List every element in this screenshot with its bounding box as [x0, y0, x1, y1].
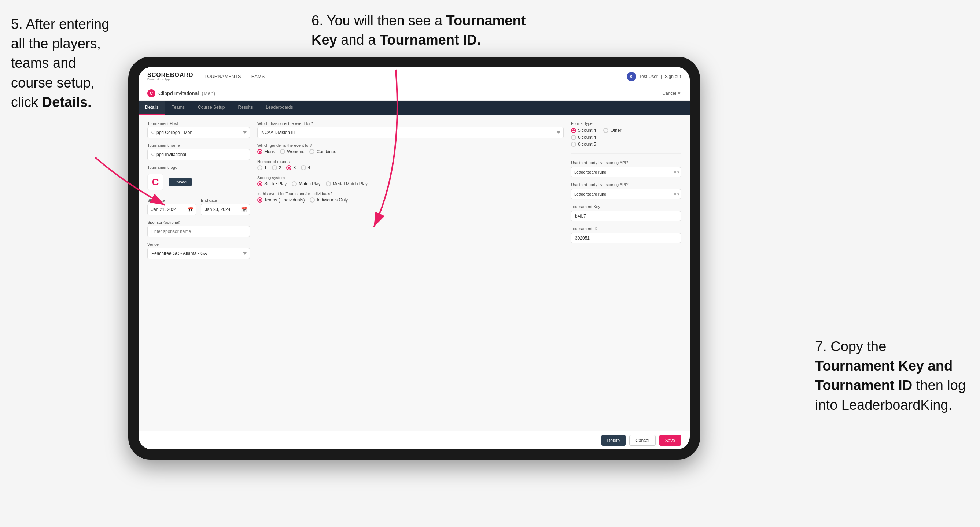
scoring-radio-group: Stroke Play Match Play Medal Match Play	[257, 181, 564, 186]
api2-dropdown: Leaderboard King ✕ ▾	[571, 189, 681, 199]
main-nav: TOURNAMENTS TEAMS	[205, 72, 616, 81]
annotation-left-text: 5. After entering all the players, teams…	[11, 16, 109, 110]
tab-leaderboards[interactable]: Leaderboards	[259, 101, 299, 114]
format-6count5-option[interactable]: 6 count 5	[571, 142, 596, 147]
nav-teams[interactable]: TEAMS	[248, 72, 265, 81]
cancel-button-footer[interactable]: Cancel	[629, 435, 655, 446]
api2-input[interactable]: Leaderboard King	[571, 189, 681, 199]
gender-group: Which gender is the event for? Mens Wome…	[257, 143, 564, 154]
individuals-only-radio[interactable]	[310, 197, 315, 203]
tournament-name-input[interactable]	[147, 149, 250, 160]
api2-value: Leaderboard King	[574, 192, 606, 196]
format-5count4-radio[interactable]	[571, 128, 576, 133]
tab-teams[interactable]: Teams	[165, 101, 191, 114]
gender-combined-option[interactable]: Combined	[309, 149, 336, 154]
tournament-host-label: Tournament Host	[147, 121, 250, 125]
sub-header: C Clippd Invitational (Men) Cancel ✕	[138, 86, 690, 101]
gender-combined-label: Combined	[316, 149, 336, 154]
footer-bar: Delete Cancel Save	[138, 431, 690, 449]
api1-value: Leaderboard King	[574, 170, 606, 174]
gender-combined-radio[interactable]	[309, 149, 315, 154]
format-6count4-label: 6 count 4	[578, 135, 596, 140]
start-date-label: Start date	[147, 198, 196, 203]
middle-column: Which division is the event for? NCAA Di…	[257, 121, 564, 424]
scoring-group: Scoring system Stroke Play Match Play	[257, 175, 564, 186]
individuals-only-option[interactable]: Individuals Only	[310, 197, 348, 203]
format-6count5-label: 6 count 5	[578, 142, 596, 147]
annotation-bottom-right-text: 7. Copy the Tournament Key and Tournamen…	[815, 339, 966, 413]
tournament-id-group: Tournament ID 302051	[571, 226, 681, 243]
teams-plus-individuals-label: Teams (+Individuals)	[264, 197, 305, 203]
api1-input[interactable]: Leaderboard King	[571, 167, 681, 177]
left-column: Tournament Host Clippd College - Men Tou…	[147, 121, 250, 424]
delete-button[interactable]: Delete	[601, 435, 626, 446]
rounds-4-radio[interactable]	[301, 165, 306, 170]
rounds-2-option[interactable]: 2	[272, 165, 282, 170]
division-select[interactable]: NCAA Division III	[257, 127, 564, 138]
format-other-label: Other	[610, 128, 621, 133]
rounds-3-radio[interactable]	[286, 165, 291, 170]
start-calendar-icon: 📅	[187, 206, 194, 213]
scoring-medal-match-option[interactable]: Medal Match Play	[326, 181, 368, 186]
api2-clear-icon[interactable]: ✕	[673, 192, 676, 197]
end-calendar-icon: 📅	[241, 206, 247, 213]
tab-course-setup[interactable]: Course Setup	[191, 101, 231, 114]
sponsor-label: Sponsor (optional)	[147, 220, 250, 224]
gender-mens-option[interactable]: Mens	[257, 149, 275, 154]
scoring-medal-match-label: Medal Match Play	[333, 181, 368, 186]
gender-radio-group: Mens Womens Combined	[257, 149, 564, 154]
logo-preview: C	[147, 174, 164, 190]
nav-tournaments[interactable]: TOURNAMENTS	[205, 72, 241, 81]
format-6count4-option[interactable]: 6 count 4	[571, 135, 596, 140]
rounds-label: Number of rounds	[257, 159, 564, 164]
save-button[interactable]: Save	[659, 435, 681, 446]
sponsor-input[interactable]	[147, 226, 250, 237]
format-5count4-option[interactable]: 5 count 4	[571, 128, 596, 133]
api2-chevron-icon[interactable]: ▾	[677, 192, 679, 197]
header-right: SI Test User | Sign out	[627, 72, 681, 81]
scoring-medal-match-radio[interactable]	[326, 181, 331, 186]
gender-womens-radio[interactable]	[280, 149, 285, 154]
rounds-3-option[interactable]: 3	[286, 165, 296, 170]
format-6count5-radio[interactable]	[571, 142, 576, 147]
tournament-name-label: Tournament name	[147, 143, 250, 148]
venue-select[interactable]: Peachtree GC - Atlanta - GA	[147, 248, 250, 259]
tab-details[interactable]: Details	[138, 101, 165, 114]
upload-button[interactable]: Upload	[169, 178, 192, 186]
rounds-4-option[interactable]: 4	[301, 165, 310, 170]
tab-results[interactable]: Results	[231, 101, 259, 114]
tournament-host-group: Tournament Host Clippd College - Men	[147, 121, 250, 138]
signout-link[interactable]: Sign out	[665, 74, 681, 79]
rounds-1-option[interactable]: 1	[257, 165, 267, 170]
right-column: Format type 5 count 4 6 count 4	[571, 121, 681, 424]
api1-group: Use third-party live scoring API? Leader…	[571, 160, 681, 177]
scoring-stroke-option[interactable]: Stroke Play	[257, 181, 286, 186]
rounds-3-label: 3	[293, 165, 296, 170]
scoring-match-option[interactable]: Match Play	[292, 181, 320, 186]
division-label: Which division is the event for?	[257, 121, 564, 125]
scoreboard-logo: SCOREBOARD Powered by clippd	[147, 72, 194, 81]
api1-clear-icon[interactable]: ✕	[673, 170, 676, 175]
scoring-stroke-radio[interactable]	[257, 181, 262, 186]
tournament-host-select[interactable]: Clippd College - Men	[147, 127, 250, 138]
tournament-id-label: Tournament ID	[571, 226, 681, 231]
teams-plus-individuals-radio[interactable]	[257, 197, 262, 203]
format-other-option[interactable]: Other	[603, 128, 621, 133]
rounds-group: Number of rounds 1 2 3	[257, 159, 564, 170]
scoring-match-radio[interactable]	[292, 181, 297, 186]
date-row: Start date 📅 End date 📅	[147, 198, 250, 215]
rounds-2-radio[interactable]	[272, 165, 277, 170]
rounds-1-radio[interactable]	[257, 165, 262, 170]
tournament-logo-label: Tournament logo	[147, 165, 250, 170]
format-6count4-radio[interactable]	[571, 135, 576, 140]
api1-chevron-icon[interactable]: ▾	[677, 170, 679, 175]
start-date-wrap: 📅	[147, 204, 196, 215]
gender-mens-radio[interactable]	[257, 149, 262, 154]
gender-womens-option[interactable]: Womens	[280, 149, 304, 154]
tab-bar: Details Teams Course Setup Results Leade…	[138, 101, 690, 114]
cancel-button-top[interactable]: Cancel ✕	[662, 91, 681, 96]
teams-plus-individuals-option[interactable]: Teams (+Individuals)	[257, 197, 305, 203]
annotation-left: 5. After entering all the players, teams…	[11, 15, 114, 112]
format-other-radio[interactable]	[603, 128, 608, 133]
start-date-group: Start date 📅	[147, 198, 196, 215]
